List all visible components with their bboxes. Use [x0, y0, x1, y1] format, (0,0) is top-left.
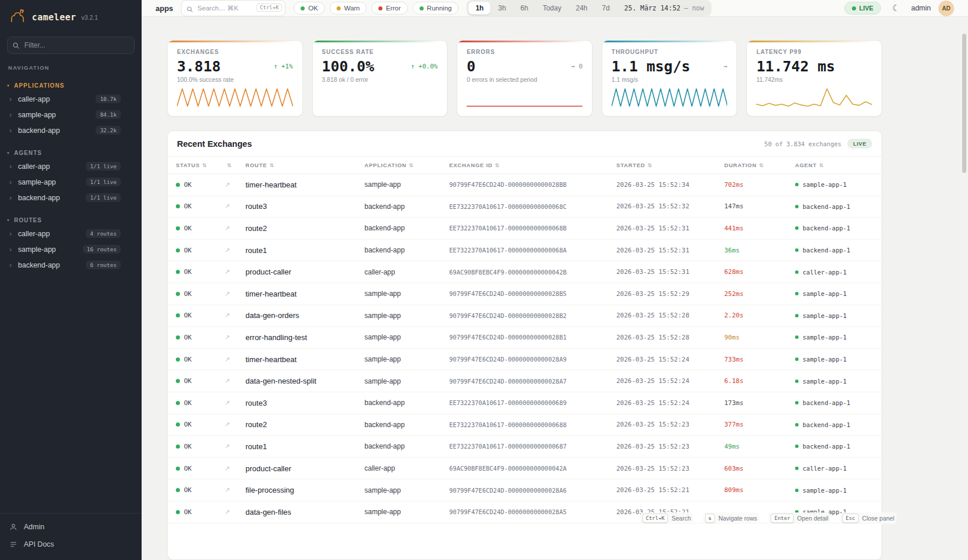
open-exchange-icon[interactable]: ↗ [225, 421, 245, 428]
column-header-route[interactable]: ROUTE⇅ [245, 162, 364, 168]
section-title-routes[interactable]: ▾ROUTES [0, 215, 142, 226]
dark-mode-toggle[interactable]: ☾ [888, 1, 904, 16]
column-header-agent[interactable]: AGENT⇅ [795, 162, 882, 168]
table-row[interactable]: OK↗error-handling-testsample-app90799F47… [168, 327, 882, 349]
column-header-duration[interactable]: DURATION⇅ [724, 162, 795, 168]
footer-link-api-docs[interactable]: API Docs [0, 536, 142, 553]
table-row[interactable]: OK↗route2backend-appEE7322370A10617-0000… [168, 218, 882, 240]
sidebar-item-sample-app[interactable]: ›sample-app16 routes [0, 241, 142, 257]
live-toggle[interactable]: LIVE [844, 2, 881, 15]
stat-card-success-rate[interactable]: SUCCESS RATE100.0%↑ +0.0%3.818 ok / 0 er… [312, 40, 448, 117]
column-label: EXCHANGE ID [449, 162, 493, 168]
open-exchange-icon[interactable]: ↗ [225, 334, 245, 341]
sidebar-section: ▾ROUTES›caller-app4 routes›sample-app16 … [0, 215, 142, 273]
sparkline-chart [177, 86, 293, 108]
card-accent-bar [602, 41, 737, 42]
open-exchange-icon[interactable]: ↗ [225, 290, 245, 298]
table-row[interactable]: OK↗route1backend-appEE7322370A10617-0000… [168, 240, 882, 262]
sidebar-item-sample-app[interactable]: ›sample-app1/1 live [0, 174, 142, 190]
open-exchange-icon[interactable]: ↗ [225, 225, 245, 232]
filter-chip-warn[interactable]: Warn [330, 2, 367, 15]
table-row[interactable]: OK↗timer-heartbeatsample-app90799F47E6CD… [168, 349, 882, 371]
route-cell: data-gen-nested-split [245, 377, 364, 385]
chevron-right-icon: › [9, 111, 18, 118]
range-button-today[interactable]: Today [536, 2, 568, 15]
column-header-exchange-id[interactable]: EXCHANGE ID⇅ [449, 162, 616, 168]
avatar[interactable]: AD [938, 1, 954, 16]
open-exchange-icon[interactable]: ↗ [225, 312, 245, 319]
table-row[interactable]: OK↗timer-heartbeatsample-app90799F47E6CD… [168, 174, 882, 196]
sidebar-item-caller-app[interactable]: ›caller-app1/1 live [0, 158, 142, 174]
agent-live-dot-icon [795, 335, 799, 339]
table-row[interactable]: OK↗data-gen-nested-splitsample-app90799F… [168, 370, 882, 392]
sidebar-item-backend-app[interactable]: ›backend-app1/1 live [0, 190, 142, 205]
open-exchange-icon[interactable]: ↗ [225, 399, 245, 407]
section-title-applications[interactable]: ▾APPLICATIONS [0, 80, 142, 91]
filter-chip-running[interactable]: Running [413, 2, 459, 15]
open-exchange-icon[interactable]: ↗ [225, 508, 245, 516]
sidebar-item-backend-app[interactable]: ›backend-app32.2k [0, 122, 142, 138]
range-button-3h[interactable]: 3h [491, 2, 512, 15]
open-exchange-icon[interactable]: ↗ [225, 247, 245, 254]
status-label: OK [184, 508, 192, 516]
sort-icon: ⇅ [819, 162, 823, 168]
table-row[interactable]: OK↗data-gen-orderssample-app90799F47E6CD… [168, 305, 882, 327]
agent-cell: backend-app-1 [795, 225, 882, 232]
open-exchange-icon[interactable]: ↗ [225, 377, 245, 385]
route-cell: route2 [245, 420, 364, 429]
stat-card-errors[interactable]: ERRORS0→ 00 errors in selected period [457, 40, 593, 117]
table-row[interactable]: OK↗product-callercaller-app69AC90BF8EBC4… [168, 458, 882, 480]
agent-cell: sample-app-1 [795, 290, 882, 297]
app-logo[interactable]: cameleer v3.2.1 [0, 0, 142, 33]
range-button-7d[interactable]: 7d [595, 2, 616, 15]
open-exchange-icon[interactable]: ↗ [225, 465, 245, 472]
range-button-24h[interactable]: 24h [569, 2, 594, 15]
vertical-scrollbar[interactable] [962, 34, 966, 173]
open-exchange-icon[interactable]: ↗ [225, 203, 245, 210]
duration-cell: 603ms [724, 465, 795, 472]
started-cell: 2026-03-25 15:52:23 [616, 421, 724, 428]
open-exchange-icon[interactable]: ↗ [225, 443, 245, 450]
table-row[interactable]: OK↗route3backend-appEE7322370A10617-0000… [168, 392, 882, 414]
stat-card-exchanges[interactable]: EXCHANGES3.818↑ +1%100.0% success rate [167, 40, 303, 117]
column-header-application[interactable]: APPLICATION⇅ [364, 162, 449, 168]
open-exchange-icon[interactable]: ↗ [225, 268, 245, 276]
column-header-started[interactable]: STARTED⇅ [616, 162, 724, 168]
ok-status-dot-icon [176, 335, 180, 339]
application-cell: backend-app [364, 399, 449, 407]
table-row[interactable]: OK↗timer-heartbeatsample-app90799F47E6CD… [168, 283, 882, 305]
table-row[interactable]: OK↗route1backend-appEE7322370A10617-0000… [168, 436, 882, 458]
started-cell: 2026-03-25 15:52:24 [616, 399, 724, 407]
filter-chip-error[interactable]: Error [371, 2, 408, 15]
application-cell: backend-app [364, 442, 449, 450]
sidebar-filter-input[interactable] [7, 37, 135, 54]
sidebar-item-caller-app[interactable]: ›caller-app10.7k [0, 91, 142, 107]
open-exchange-icon[interactable]: ↗ [225, 486, 245, 494]
column-header-link[interactable]: ⇅ [225, 162, 245, 168]
table-row[interactable]: OK↗file-processingsample-app90799F47E6CD… [168, 479, 882, 501]
docs-icon [9, 540, 17, 548]
stat-value: 11.742 ms [756, 58, 835, 75]
range-button-6h[interactable]: 6h [514, 2, 535, 15]
stat-card-throughput[interactable]: THROUGHPUT1.1 msg/s→1.1 msg/s [602, 40, 738, 117]
application-cell: sample-app [364, 508, 449, 516]
sidebar-item-backend-app[interactable]: ›backend-app6 routes [0, 257, 142, 273]
filter-chip-ok[interactable]: OK [294, 2, 325, 15]
status-label: OK [184, 290, 192, 298]
open-exchange-icon[interactable]: ↗ [225, 356, 245, 363]
sidebar-item-caller-app[interactable]: ›caller-app4 routes [0, 226, 142, 241]
column-header-status[interactable]: STATUS⇅ [176, 162, 225, 168]
range-button-1h[interactable]: 1h [468, 2, 490, 15]
sidebar-item-sample-app[interactable]: ›sample-app84.1k [0, 107, 142, 122]
table-row[interactable]: OK↗route2backend-appEE7322370A10617-0000… [168, 414, 882, 436]
open-exchange-icon[interactable]: ↗ [225, 181, 245, 189]
footer-link-admin[interactable]: Admin [0, 518, 142, 536]
table-row[interactable]: OK↗product-callercaller-app69AC90BF8EBC4… [168, 261, 882, 283]
section-title-agents[interactable]: ▾AGENTS [0, 147, 142, 158]
status-dot-icon [420, 6, 424, 10]
ok-status-dot-icon [176, 292, 180, 296]
duration-cell: 702ms [724, 181, 795, 189]
table-row[interactable]: OK↗route3backend-appEE7322370A10617-0000… [168, 196, 882, 218]
agent-label: sample-app-1 [803, 356, 847, 363]
stat-card-latency-p99[interactable]: LATENCY P9911.742 ms11.742ms [746, 40, 882, 117]
